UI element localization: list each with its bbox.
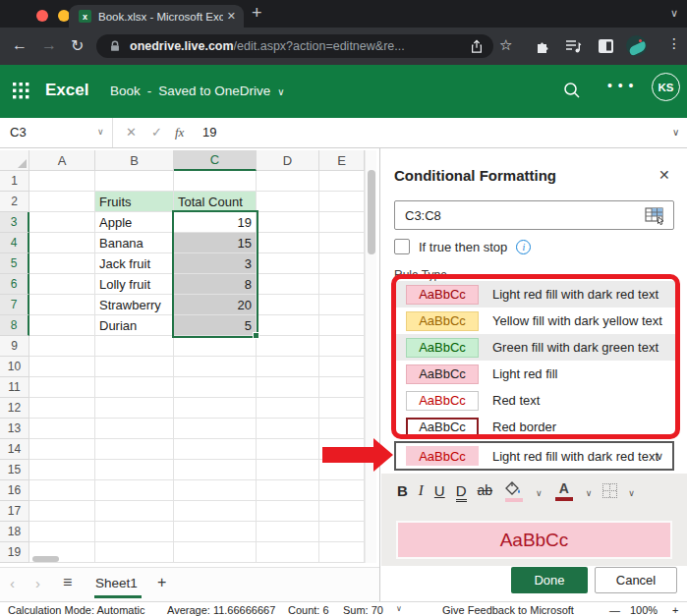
- row-header-1[interactable]: 1: [0, 171, 29, 192]
- header-more-icon[interactable]: • • •: [607, 78, 634, 93]
- cell-D14[interactable]: [257, 439, 319, 460]
- cell-E16[interactable]: [319, 480, 365, 501]
- cell-D19[interactable]: [257, 542, 319, 563]
- cell-D1[interactable]: [257, 171, 319, 192]
- column-header-B[interactable]: B: [95, 150, 174, 171]
- bookmark-star-icon[interactable]: ☆: [499, 36, 512, 54]
- cell-E3[interactable]: [319, 212, 365, 233]
- spreadsheet-grid[interactable]: ABCDE12FruitsTotal Count3Apple194Banana1…: [0, 148, 379, 601]
- bold-button[interactable]: B: [397, 480, 408, 499]
- cell-B8[interactable]: Durian: [95, 315, 174, 336]
- cell-D7[interactable]: [257, 295, 319, 315]
- info-icon[interactable]: i: [516, 240, 531, 254]
- cell-E15[interactable]: [319, 460, 365, 480]
- cell-E19[interactable]: [319, 542, 365, 563]
- dropdown-chevron-icon[interactable]: ∨: [656, 450, 663, 463]
- cell-D9[interactable]: [257, 336, 319, 357]
- cell-E11[interactable]: [319, 377, 365, 398]
- row-header-2[interactable]: 2: [0, 192, 29, 212]
- confirm-entry-icon[interactable]: ✓: [151, 125, 162, 140]
- fill-color-chevron-icon[interactable]: ∨: [536, 480, 543, 498]
- column-header-C[interactable]: C: [174, 150, 257, 171]
- cell-A15[interactable]: [29, 460, 95, 480]
- cell-B15[interactable]: [95, 460, 174, 480]
- cell-D4[interactable]: [257, 233, 319, 253]
- cell-E18[interactable]: [319, 522, 365, 542]
- cell-B2[interactable]: Fruits: [95, 192, 174, 212]
- cell-B7[interactable]: Strawberry: [95, 295, 174, 315]
- underline-button[interactable]: U: [434, 480, 445, 499]
- row-header-19[interactable]: 19: [0, 542, 29, 563]
- row-header-9[interactable]: 9: [0, 336, 29, 357]
- cell-E7[interactable]: [319, 295, 365, 315]
- next-sheet-icon[interactable]: ›: [35, 575, 40, 591]
- cell-C11[interactable]: [174, 377, 257, 398]
- account-avatar[interactable]: KS: [652, 73, 680, 101]
- cell-B12[interactable]: [95, 398, 174, 419]
- formula-input[interactable]: 19: [202, 125, 216, 140]
- saved-status[interactable]: Saved to OneDrive: [158, 84, 270, 98]
- cell-B16[interactable]: [95, 480, 174, 501]
- fill-color-button[interactable]: [503, 480, 525, 502]
- font-color-button[interactable]: A: [553, 480, 575, 501]
- double-underline-button[interactable]: D: [456, 480, 467, 502]
- format-option[interactable]: AaBbCcYellow fill with dark yellow text: [393, 308, 678, 334]
- cell-B3[interactable]: Apple: [95, 212, 174, 233]
- address-bar[interactable]: onedrive.live.com /edit.aspx?action=edit…: [96, 34, 493, 58]
- format-option[interactable]: AaBbCcRed border: [393, 414, 678, 440]
- cell-D15[interactable]: [257, 460, 319, 480]
- row-header-10[interactable]: 10: [0, 357, 29, 377]
- cell-A13[interactable]: [29, 419, 95, 439]
- cell-A17[interactable]: [29, 501, 95, 522]
- cell-A2[interactable]: [29, 192, 95, 212]
- cancel-button[interactable]: Cancel: [595, 567, 677, 593]
- cell-E1[interactable]: [319, 171, 365, 192]
- row-header-14[interactable]: 14: [0, 439, 29, 460]
- cell-D6[interactable]: [257, 274, 319, 295]
- cell-D18[interactable]: [257, 522, 319, 542]
- cell-C9[interactable]: [174, 336, 257, 357]
- cell-E8[interactable]: [319, 315, 365, 336]
- cell-A5[interactable]: [29, 253, 95, 274]
- row-header-6[interactable]: 6: [0, 274, 29, 295]
- cell-D3[interactable]: [257, 212, 319, 233]
- cell-C6[interactable]: 8: [174, 274, 257, 295]
- cell-C17[interactable]: [174, 501, 257, 522]
- horizontal-scrollbar-thumb[interactable]: [32, 556, 59, 562]
- format-option[interactable]: AaBbCcLight red fill: [393, 361, 678, 387]
- cell-B4[interactable]: Banana: [95, 233, 174, 253]
- row-header-17[interactable]: 17: [0, 501, 29, 522]
- browser-menu-icon[interactable]: ⋮: [667, 35, 681, 51]
- cell-E12[interactable]: [319, 398, 365, 419]
- cell-A6[interactable]: [29, 274, 95, 295]
- playlist-extension-icon[interactable]: [565, 38, 582, 54]
- cell-B19[interactable]: [95, 542, 174, 563]
- cell-A1[interactable]: [29, 171, 95, 192]
- cell-B18[interactable]: [95, 522, 174, 542]
- aggregates-chevron-icon[interactable]: ∨: [396, 604, 402, 613]
- cell-E6[interactable]: [319, 274, 365, 295]
- cell-E10[interactable]: [319, 357, 365, 377]
- zoom-out-button[interactable]: —: [609, 604, 620, 616]
- cell-D5[interactable]: [257, 253, 319, 274]
- back-button[interactable]: ←: [12, 36, 28, 54]
- cell-D8[interactable]: [257, 315, 319, 336]
- search-icon[interactable]: [562, 81, 582, 100]
- format-option[interactable]: AaBbCcLight red fill with dark red text: [393, 281, 678, 308]
- all-sheets-menu-icon[interactable]: ≡: [63, 574, 72, 591]
- cell-E2[interactable]: [319, 192, 365, 212]
- row-header-5[interactable]: 5: [0, 253, 29, 274]
- tab-search-chevron-icon[interactable]: ∨: [670, 7, 678, 20]
- done-button[interactable]: Done: [511, 567, 588, 593]
- cell-A3[interactable]: [29, 212, 95, 233]
- insert-function-icon[interactable]: fx: [175, 125, 184, 140]
- cell-C18[interactable]: [174, 522, 257, 542]
- cell-A11[interactable]: [29, 377, 95, 398]
- cell-D2[interactable]: [257, 192, 319, 212]
- expand-formula-bar-icon[interactable]: ∨: [672, 127, 679, 138]
- column-header-E[interactable]: E: [319, 150, 365, 171]
- cell-B14[interactable]: [95, 439, 174, 460]
- cancel-entry-icon[interactable]: ✕: [126, 125, 137, 140]
- borders-button[interactable]: [602, 483, 617, 498]
- cell-A18[interactable]: [29, 522, 95, 542]
